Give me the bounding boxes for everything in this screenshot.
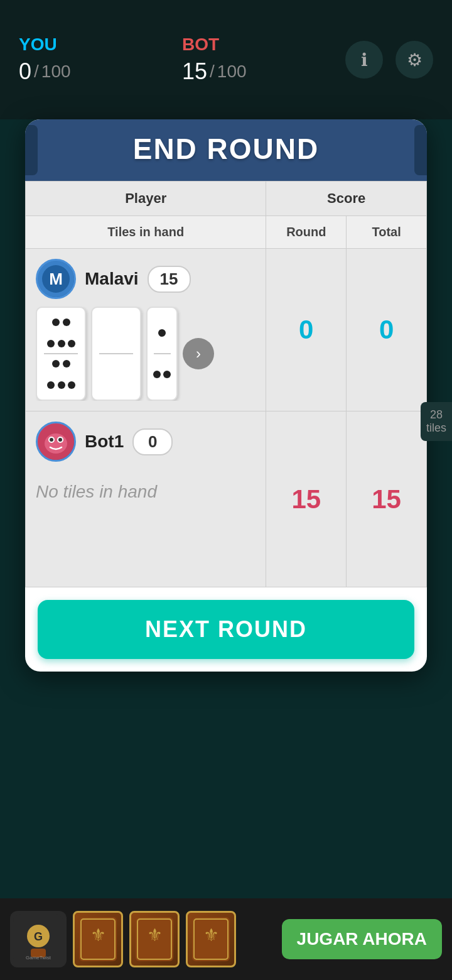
side-peek-label: tiles xyxy=(424,422,448,435)
svg-text:G: G xyxy=(34,930,43,943)
more-tiles-button[interactable]: › xyxy=(183,338,214,369)
col-player: Player xyxy=(26,182,266,216)
player2-tile-count: 0 xyxy=(132,428,173,455)
player1-row: M Malavi 15 xyxy=(26,249,427,411)
svg-text:⚜: ⚜ xyxy=(203,925,219,945)
ad-card-3: ⚜ xyxy=(186,911,236,967)
side-peek: 28 tiles xyxy=(421,402,452,441)
next-round-button[interactable]: NEXT ROUND xyxy=(38,600,414,659)
domino-tile-3 xyxy=(146,307,178,401)
ad-logo: G GameTwist xyxy=(10,911,67,967)
domino-tile-2 xyxy=(91,307,141,401)
domino-tile-1 xyxy=(36,307,86,401)
player1-round-score: 0 xyxy=(266,249,347,411)
svg-text:M: M xyxy=(49,270,63,288)
ad-bar: G GameTwist ⚜ ⚜ ⚜ JUGAR AHORA xyxy=(0,898,452,980)
svg-point-4 xyxy=(45,433,67,454)
svg-point-8 xyxy=(58,438,62,442)
modal-overlay: END ROUND Player Score Tiles in hand Rou… xyxy=(0,0,452,917)
player2-tile-cell: Bot1 0 No tiles in hand xyxy=(26,411,266,587)
col-score: Score xyxy=(266,182,427,216)
player1-tile-count: 15 xyxy=(148,266,191,293)
player2-avatar xyxy=(36,422,76,462)
no-tiles-message: No tiles in hand xyxy=(36,469,256,514)
player1-name: Malavi xyxy=(85,269,139,289)
modal-title: END ROUND xyxy=(44,132,408,166)
svg-point-7 xyxy=(50,438,53,442)
sub-tiles: Tiles in hand xyxy=(26,216,266,249)
svg-text:⚜: ⚜ xyxy=(147,925,163,945)
sub-total: Total xyxy=(347,216,427,249)
player2-total-score: 15 xyxy=(347,411,427,587)
player2-info: Bot1 0 xyxy=(36,422,256,462)
modal-header: END ROUND xyxy=(25,119,427,181)
player1-info: M Malavi 15 xyxy=(36,259,256,299)
score-table: Player Score Tiles in hand Round Total xyxy=(25,181,427,587)
player1-tiles: › xyxy=(36,307,256,401)
sub-round: Round xyxy=(266,216,347,249)
ad-card-1: ⚜ xyxy=(73,911,123,967)
jugar-button[interactable]: JUGAR AHORA xyxy=(282,919,442,959)
svg-text:⚜: ⚜ xyxy=(90,925,106,945)
player2-row: Bot1 0 No tiles in hand 15 15 xyxy=(26,411,427,587)
ad-card-2: ⚜ xyxy=(129,911,180,967)
player1-tile-cell: M Malavi 15 xyxy=(26,249,266,411)
player2-name: Bot1 xyxy=(85,432,124,452)
end-round-modal: END ROUND Player Score Tiles in hand Rou… xyxy=(25,119,427,672)
player1-total-score: 0 xyxy=(347,249,427,411)
player2-round-score: 15 xyxy=(266,411,347,587)
side-peek-count: 28 xyxy=(424,408,448,422)
player1-avatar: M xyxy=(36,259,76,299)
svg-text:GameTwist: GameTwist xyxy=(26,955,51,961)
